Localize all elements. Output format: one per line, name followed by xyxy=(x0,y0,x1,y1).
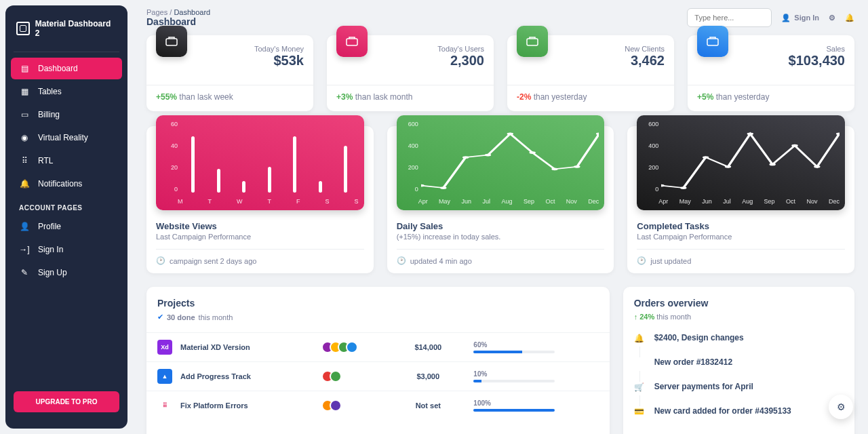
person-add-icon xyxy=(517,26,548,57)
timeline-icon xyxy=(634,357,645,368)
timeline-icon: 🛒 xyxy=(634,382,645,393)
sidebar-item-notifications[interactable]: 🔔Notifications xyxy=(11,173,122,195)
rtl-icon: ⠿ xyxy=(19,156,30,165)
chart-title: Completed Tasks xyxy=(637,221,845,231)
sidebar-item-virtual-reality[interactable]: ◉Virtual Reality xyxy=(11,127,122,149)
member-avatars xyxy=(321,341,382,353)
stat-cards: Today's Money $53k +55% than lask week T… xyxy=(146,35,854,111)
brand[interactable]: Material Dashboard 2 xyxy=(5,14,127,49)
clock-icon: 🕑 xyxy=(397,256,406,265)
table-row[interactable]: ⠿Fix Platform Errors Not set 100% xyxy=(146,391,610,420)
svg-point-4 xyxy=(421,184,425,187)
chart-card: 6040200 MTWTFSS Website Views Last Campa… xyxy=(146,126,374,273)
timeline-item: 🛒 Server payments for April xyxy=(634,382,844,406)
dashboard-icon: ▤ xyxy=(19,64,30,73)
svg-point-14 xyxy=(680,186,686,189)
orders-card: Orders overview ↑ 24% this month 🔔 $2400… xyxy=(623,287,854,434)
sidebar-item-profile[interactable]: 👤Profile xyxy=(11,216,122,237)
svg-rect-3 xyxy=(707,39,718,45)
projects-card: Projects ✔ 30 done this month XdMaterial… xyxy=(146,287,610,434)
stat-card: Today's Users 2,300 +3% than lask month xyxy=(327,35,494,111)
svg-point-5 xyxy=(440,186,446,189)
person-icon: 👤 xyxy=(781,14,791,22)
stat-card: New Clients 3,462 -2% than yesterday xyxy=(507,35,674,111)
svg-point-6 xyxy=(462,156,469,159)
chart-area: 6004002000 AprMayJunJulAugSepOctNovDec xyxy=(397,115,605,210)
sidebar-item-rtl[interactable]: ⠿RTL xyxy=(11,150,122,172)
sidebar-item-sign-in[interactable]: →]Sign In xyxy=(11,239,122,260)
wallet-icon xyxy=(156,26,187,57)
svg-point-7 xyxy=(484,154,490,157)
upgrade-button[interactable]: UPGRADE TO PRO xyxy=(14,391,119,412)
svg-point-13 xyxy=(661,184,665,187)
nav-section: Account Pages xyxy=(11,196,122,214)
breadcrumb-current: Dashboard xyxy=(174,8,210,16)
stat-card: Sales $103,430 +5% than yesterday xyxy=(688,35,854,111)
breadcrumb: Pages / Dashboard xyxy=(146,8,210,16)
chart-subtitle: Last Campaign Performance xyxy=(156,233,364,241)
timeline-item: 🔔 $2400, Design changes xyxy=(634,333,844,357)
clock-icon: 🕑 xyxy=(156,256,165,265)
chart-footer: 🕑just updated xyxy=(637,249,845,265)
settings-icon[interactable]: ⚙ xyxy=(829,14,835,22)
chart-card: 6004002000 AprMayJunJulAugSepOctNovDec C… xyxy=(627,126,854,273)
svg-point-15 xyxy=(703,156,709,159)
svg-rect-2 xyxy=(527,39,538,45)
chart-title: Daily Sales xyxy=(397,221,605,231)
billing-icon: ▭ xyxy=(19,110,30,119)
svg-point-20 xyxy=(814,165,820,168)
sidebar-item-sign-up[interactable]: ✎Sign Up xyxy=(11,262,122,283)
stat-footer: +55% than lask week xyxy=(156,92,304,102)
stat-footer: +5% than yesterday xyxy=(697,92,845,102)
chart-subtitle: Last Campaign Performance xyxy=(637,233,845,241)
sidebar-item-dashboard[interactable]: ▤Dashboard xyxy=(11,58,122,79)
chart-title: Website Views xyxy=(156,221,364,231)
svg-point-11 xyxy=(574,165,580,168)
svg-rect-1 xyxy=(347,39,357,45)
timeline-icon: 💳 xyxy=(634,406,645,417)
main: Pages / Dashboard Dashboard 👤 Sign In ⚙ … xyxy=(133,0,868,434)
timeline-icon: 🔔 xyxy=(634,333,645,344)
stat-card: Today's Money $53k +55% than lask week xyxy=(146,35,313,111)
store-icon xyxy=(697,26,728,57)
search-input[interactable] xyxy=(687,8,772,27)
svg-rect-0 xyxy=(166,39,177,45)
chart-area: 6040200 MTWTFSS xyxy=(156,115,364,210)
brand-icon xyxy=(16,22,30,35)
svg-point-17 xyxy=(747,132,753,135)
projects-table: XdMaterial XD Version $14,000 60% ▲Add P… xyxy=(146,332,610,420)
orders-title: Orders overview xyxy=(634,298,844,309)
budget: $3,000 xyxy=(393,362,462,391)
orders-timeline: 🔔 $2400, Design changes New order #18324… xyxy=(634,333,844,431)
svg-point-12 xyxy=(596,132,599,135)
budget: $14,000 xyxy=(393,333,462,362)
nav: ▤Dashboard▦Tables▭Billing◉Virtual Realit… xyxy=(5,55,127,391)
chart-subtitle: (+15%) increase in today sales. xyxy=(397,233,605,241)
breadcrumb-root[interactable]: Pages xyxy=(146,8,167,16)
chart-footer: 🕑campaign sent 2 days ago xyxy=(156,249,364,265)
table-row[interactable]: XdMaterial XD Version $14,000 60% xyxy=(146,333,610,362)
virtual reality-icon: ◉ xyxy=(19,133,30,142)
stat-footer: +3% than lask month xyxy=(336,92,484,102)
chart-area: 6004002000 AprMayJunJulAugSepOctNovDec xyxy=(637,115,845,210)
timeline-item: 💳 New card added for order #4395133 xyxy=(634,406,844,431)
svg-point-8 xyxy=(507,132,513,135)
sidebar-item-tables[interactable]: ▦Tables xyxy=(11,81,122,102)
chart-footer: 🕑updated 4 min ago xyxy=(397,249,605,265)
chart-cards: 6040200 MTWTFSS Website Views Last Campa… xyxy=(146,126,854,273)
signin-link[interactable]: 👤 Sign In xyxy=(781,14,819,22)
svg-point-21 xyxy=(836,132,840,135)
svg-point-9 xyxy=(529,151,535,154)
projects-title: Projects xyxy=(157,298,599,309)
tables-icon: ▦ xyxy=(19,87,30,96)
check-icon: ✔ xyxy=(157,313,163,321)
brand-text: Material Dashboard 2 xyxy=(35,19,117,38)
bell-icon[interactable]: 🔔 xyxy=(845,14,854,22)
sidebar-item-billing[interactable]: ▭Billing xyxy=(11,104,122,125)
settings-fab[interactable]: ⚙ xyxy=(829,395,853,419)
member-avatars xyxy=(321,370,382,382)
svg-point-10 xyxy=(551,167,557,170)
table-row[interactable]: ▲Add Progress Track $3,000 10% xyxy=(146,362,610,391)
notifications-icon: 🔔 xyxy=(19,179,30,189)
topbar: Pages / Dashboard Dashboard 👤 Sign In ⚙ … xyxy=(146,8,854,27)
